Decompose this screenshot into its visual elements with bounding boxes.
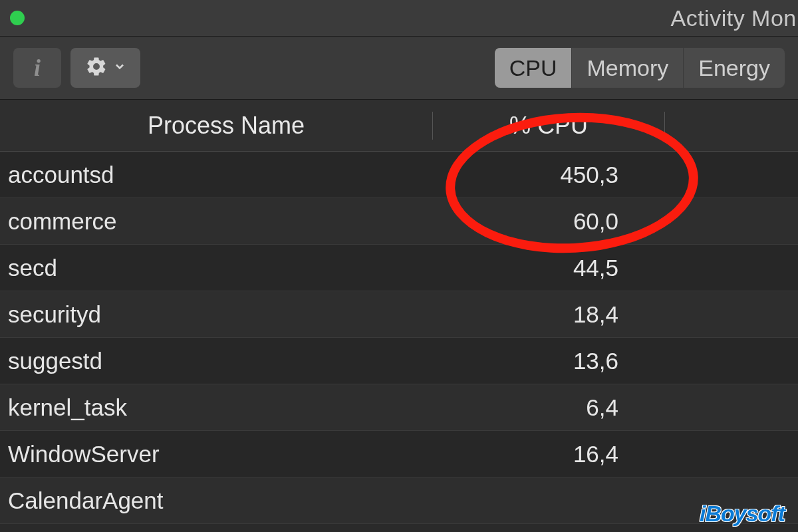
table-row[interactable]: commerce 60,0 [0,198,798,245]
process-name-cell: WindowServer [0,441,432,467]
tab-cpu[interactable]: CPU [495,48,573,88]
table-row[interactable]: WindowServer 16,4 [0,431,798,477]
tab-memory[interactable]: Memory [572,48,684,88]
process-name-cell: suggestd [0,348,432,374]
table-row[interactable]: CalendarAgent [0,477,798,524]
watermark-logo: iBoysoft [700,501,785,527]
process-cpu-cell: 44,5 [432,255,665,281]
expand-window-button[interactable] [10,11,25,25]
titlebar: Activity Monitor (Al [0,0,798,37]
window-title: Activity Monitor (Al [399,0,798,37]
process-name-cell: commerce [0,208,432,235]
table-row[interactable]: suggestd 13,6 [0,338,798,384]
process-cpu-cell: 16,4 [432,441,665,467]
process-cpu-cell: 60,0 [432,208,665,235]
info-button[interactable]: i [13,48,61,88]
table-row[interactable]: kernel_task 6,4 [0,384,798,431]
window-controls [10,11,25,25]
column-process-name[interactable]: Process Name [0,112,432,140]
process-name-cell: secd [0,255,432,281]
table-row[interactable]: accountsd 450,3 [0,152,798,198]
chevron-down-icon [113,60,126,76]
table-row[interactable]: secd 44,5 [0,245,798,291]
process-cpu-cell: 6,4 [432,394,665,421]
info-icon: i [34,54,41,82]
tab-bar: CPU Memory Energy [495,48,785,88]
tab-energy[interactable]: Energy [684,48,785,88]
process-name-cell: kernel_task [0,394,432,421]
process-cpu-cell: 13,6 [432,348,665,374]
process-table-body: accountsd 450,3 commerce 60,0 secd 44,5 … [0,152,798,524]
process-name-cell: CalendarAgent [0,487,432,514]
column-cpu-percent[interactable]: % CPU [432,112,665,140]
toolbar: i CPU Memory Energy [0,37,798,100]
process-cpu-cell: 18,4 [432,301,665,328]
process-cpu-cell: 450,3 [432,162,665,188]
actions-menu-button[interactable] [70,48,140,88]
table-header: Process Name % CPU [0,100,798,152]
process-name-cell: accountsd [0,162,432,188]
process-name-cell: securityd [0,301,432,328]
table-row[interactable]: securityd 18,4 [0,291,798,338]
gear-icon [85,55,108,80]
